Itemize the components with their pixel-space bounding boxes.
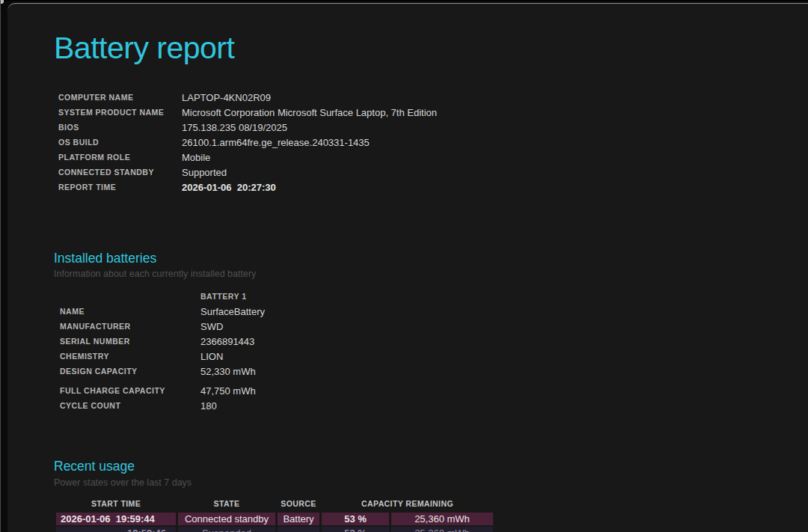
info-label: OS BUILD bbox=[58, 138, 182, 147]
info-value: Mobile bbox=[182, 152, 210, 163]
info-label: REPORT TIME bbox=[58, 183, 182, 192]
info-row: OS BUILD 26100.1.arm64fre.ge_release.240… bbox=[58, 135, 437, 150]
cell-start-time: 2026-01-06 19:59:44 bbox=[56, 513, 176, 525]
cell-capacity-percent: 53 % bbox=[322, 527, 389, 532]
info-label: CONNECTED STANDBY bbox=[58, 168, 182, 177]
battery-value: SWD bbox=[201, 321, 223, 332]
info-value: 175.138.235 08/19/2025 bbox=[182, 122, 287, 133]
page-title: Battery report bbox=[54, 29, 234, 67]
info-row: BIOS 175.138.235 08/19/2025 bbox=[58, 120, 437, 135]
battery-label: CHEMISTRY bbox=[60, 352, 201, 361]
battery-row: FULL CHARGE CAPACITY 47,750 mWh bbox=[60, 383, 265, 398]
cell-capacity-mwh: 25,360 mWh bbox=[391, 527, 493, 532]
battery-row: SERIAL NUMBER 2366891443 bbox=[60, 334, 265, 349]
cell-capacity-mwh: 25,360 mWh bbox=[391, 513, 493, 525]
installed-batteries-subtitle: Information about each currently install… bbox=[54, 269, 256, 279]
info-label: PLATFORM ROLE bbox=[58, 153, 182, 162]
header-source: SOURCE bbox=[278, 498, 319, 510]
battery-label: SERIAL NUMBER bbox=[60, 337, 201, 346]
battery-value: SurfaceBattery bbox=[201, 306, 265, 317]
battery-row: CYCLE COUNT 180 bbox=[60, 398, 265, 413]
battery-column-header-row: BATTERY 1 bbox=[60, 289, 265, 304]
cell-start-time: 19:59:46 bbox=[56, 527, 176, 532]
battery-report-page: Battery report COMPUTER NAME LAPTOP-4KN0… bbox=[7, 3, 808, 532]
battery-value: 180 bbox=[201, 400, 217, 412]
info-label: BIOS bbox=[58, 123, 182, 132]
cell-source: Battery bbox=[278, 513, 319, 525]
battery-row: DESIGN CAPACITY 52,330 mWh bbox=[60, 364, 265, 379]
header-start-time: START TIME bbox=[56, 498, 176, 510]
info-label: SYSTEM PRODUCT NAME bbox=[58, 108, 182, 117]
battery-label: MANUFACTURER bbox=[60, 322, 201, 331]
info-label: COMPUTER NAME bbox=[58, 93, 182, 102]
battery-value: 47,750 mWh bbox=[201, 385, 256, 397]
battery-row: NAME SurfaceBattery bbox=[60, 304, 265, 319]
header-capacity-remaining: CAPACITY REMAINING bbox=[322, 498, 493, 510]
info-value: 26100.1.arm64fre.ge_release.240331-1435 bbox=[182, 137, 370, 148]
usage-table-row: 19:59:46 Suspended 53 % 25,360 mWh bbox=[56, 527, 493, 532]
info-value: Microsoft Corporation Microsoft Surface … bbox=[182, 107, 437, 118]
usage-table-row: 2026-01-06 19:59:44 Connected standby Ba… bbox=[56, 513, 493, 525]
info-row: PLATFORM ROLE Mobile bbox=[58, 150, 437, 165]
battery-label: CYCLE COUNT bbox=[60, 401, 201, 410]
info-row: COMPUTER NAME LAPTOP-4KN02R09 bbox=[58, 90, 437, 105]
usage-table-header-row: START TIME STATE SOURCE CAPACITY REMAINI… bbox=[56, 498, 493, 510]
info-value: 2026-01-06 20:27:30 bbox=[182, 182, 276, 193]
recent-usage-subtitle: Power states over the last 7 days bbox=[54, 477, 192, 488]
info-row-report-time: REPORT TIME 2026-01-06 20:27:30 bbox=[58, 180, 437, 195]
info-value: LAPTOP-4KN02R09 bbox=[182, 92, 271, 103]
battery-row: CHEMISTRY LION bbox=[60, 349, 265, 364]
info-row: CONNECTED STANDBY Supported bbox=[58, 165, 437, 180]
battery-value: 2366891443 bbox=[201, 336, 254, 347]
recent-usage-table: START TIME STATE SOURCE CAPACITY REMAINI… bbox=[56, 498, 493, 532]
screen: { "report": { "title": "Battery report" … bbox=[0, 0, 808, 532]
cell-capacity-percent: 53 % bbox=[322, 513, 389, 525]
info-value: Supported bbox=[182, 167, 227, 178]
battery-label: DESIGN CAPACITY bbox=[60, 367, 201, 376]
battery-label: FULL CHARGE CAPACITY bbox=[60, 386, 201, 395]
info-row: SYSTEM PRODUCT NAME Microsoft Corporatio… bbox=[58, 105, 437, 120]
battery-value: LION bbox=[201, 351, 223, 362]
installed-batteries-heading: Installed batteries bbox=[54, 251, 156, 266]
battery-label: NAME bbox=[60, 307, 201, 316]
cell-source bbox=[278, 527, 319, 532]
header-state: STATE bbox=[178, 498, 275, 510]
battery-value: 52,330 mWh bbox=[201, 366, 256, 377]
system-info-list: COMPUTER NAME LAPTOP-4KN02R09 SYSTEM PRO… bbox=[58, 90, 437, 195]
recent-usage-heading: Recent usage bbox=[54, 459, 135, 474]
battery-row: MANUFACTURER SWD bbox=[60, 319, 265, 334]
cell-state: Connected standby bbox=[178, 513, 275, 525]
battery-details-list: BATTERY 1 NAME SurfaceBattery MANUFACTUR… bbox=[60, 289, 265, 413]
cell-state: Suspended bbox=[178, 527, 275, 532]
battery-column-header: BATTERY 1 bbox=[201, 292, 246, 301]
